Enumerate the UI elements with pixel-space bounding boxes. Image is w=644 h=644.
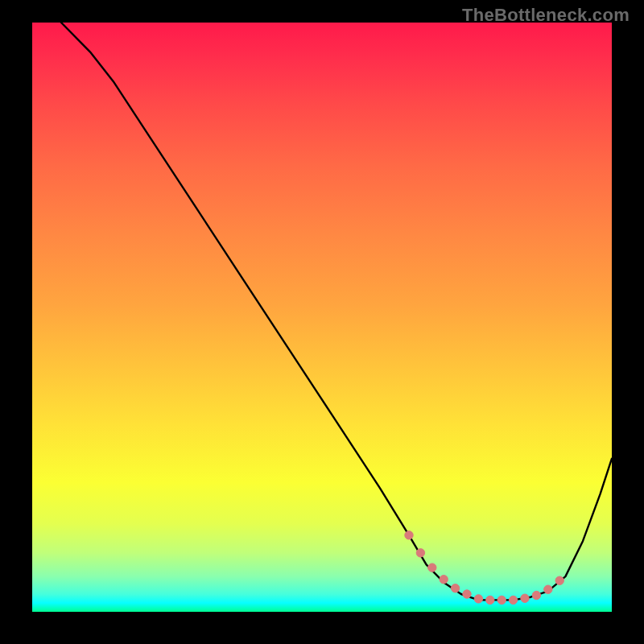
svg-point-6: [474, 595, 482, 603]
watermark-text: TheBottleneck.com: [462, 5, 630, 26]
chart-container: TheBottleneck.com: [0, 0, 644, 644]
svg-point-3: [440, 576, 448, 584]
chart-svg: [32, 23, 612, 612]
svg-point-11: [532, 591, 540, 599]
svg-point-10: [521, 594, 529, 602]
plot-area: [32, 23, 612, 612]
svg-point-7: [486, 596, 494, 604]
svg-point-1: [416, 549, 424, 557]
svg-point-4: [451, 584, 459, 592]
bottleneck-curve: [61, 23, 612, 600]
data-dots: [405, 531, 564, 605]
svg-point-12: [544, 585, 552, 593]
svg-point-5: [463, 590, 471, 598]
svg-point-8: [497, 596, 506, 604]
svg-point-2: [428, 564, 436, 572]
svg-point-0: [405, 531, 413, 539]
svg-point-13: [555, 576, 564, 584]
svg-point-9: [509, 596, 517, 604]
